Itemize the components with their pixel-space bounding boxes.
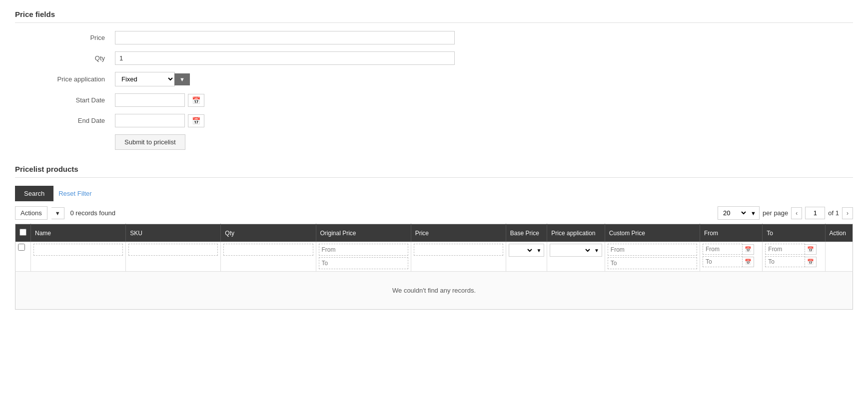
col-header-name: Name: [31, 224, 126, 242]
to-from-wrap: 📅: [765, 244, 822, 255]
pricelist-table: Name SKU Qty Original Price Price Base P…: [15, 224, 853, 310]
original-price-from-to: [319, 244, 408, 269]
filter-price-cell: [411, 242, 506, 272]
filter-qty-cell: [221, 242, 316, 272]
col-header-sku: SKU: [126, 224, 221, 242]
price-fields-title: Price fields: [15, 10, 853, 23]
per-page-select[interactable]: 20 50 100: [718, 206, 748, 220]
per-page-dropdown-btn[interactable]: ▼: [748, 206, 760, 220]
filter-custom-price-from[interactable]: [608, 244, 697, 256]
actions-dropdown-btn[interactable]: ▼: [51, 207, 64, 219]
start-date-input[interactable]: [115, 93, 185, 107]
col-header-action: Action: [825, 224, 853, 242]
toolbar-left: Actions ▼ 0 records found: [15, 206, 115, 220]
no-records-cell: We couldn't find any records.: [15, 272, 853, 310]
pricelist-products-section: Pricelist products Search Reset Filter A…: [15, 165, 853, 310]
reset-filter-link[interactable]: Reset Filter: [58, 190, 91, 197]
search-button[interactable]: Search: [15, 186, 53, 201]
filter-original-price-to[interactable]: [319, 257, 408, 269]
filter-from-cell: 📅 📅: [700, 242, 762, 272]
search-bar: Search Reset Filter: [15, 186, 853, 201]
filter-name-input[interactable]: [33, 244, 123, 256]
end-date-row: End Date 📅: [15, 114, 853, 127]
filter-sku-input[interactable]: [128, 244, 218, 256]
from-to-wrap: 📅: [703, 256, 760, 267]
col-header-custom-price: Custom Price: [605, 224, 700, 242]
filter-to-to-input[interactable]: [765, 256, 805, 267]
end-date-calendar-btn[interactable]: 📅: [188, 114, 204, 127]
actions-button[interactable]: Actions: [15, 206, 47, 220]
filter-to-from-input[interactable]: [765, 244, 805, 255]
page-input[interactable]: [805, 207, 825, 219]
filter-price-application-wrapper: ▼: [550, 244, 602, 257]
filter-original-price-cell: [316, 242, 411, 272]
col-header-price: Price: [411, 224, 506, 242]
price-application-select[interactable]: Fixed Discount Markup: [115, 72, 175, 86]
records-found-text: 0 records found: [70, 209, 115, 217]
col-header-price-application: Price application: [547, 224, 605, 242]
filter-original-price-from[interactable]: [319, 244, 408, 256]
filter-from-to-cal-btn[interactable]: 📅: [743, 257, 754, 267]
toolbar-right: 20 50 100 ▼ per page ‹ of 1 ›: [718, 206, 853, 220]
price-input[interactable]: [115, 31, 455, 44]
no-records-row: We couldn't find any records.: [15, 272, 853, 310]
start-date-wrapper: 📅: [115, 93, 204, 107]
price-application-label: Price application: [15, 75, 115, 83]
filter-to-from-cal-btn[interactable]: 📅: [805, 244, 817, 255]
page-container: Price fields Price Qty Price application…: [0, 0, 868, 320]
pricelist-products-title: Pricelist products: [15, 165, 853, 178]
filter-checkbox-cell: [15, 242, 31, 272]
select-all-header: [15, 224, 31, 242]
filter-from-from-cal-btn[interactable]: 📅: [743, 244, 754, 255]
filter-row-checkbox[interactable]: [18, 244, 25, 251]
price-application-wrapper: Fixed Discount Markup ▼: [115, 72, 190, 86]
col-header-to: To: [763, 224, 825, 242]
submit-to-pricelist-button[interactable]: Submit to pricelist: [115, 134, 185, 150]
submit-row: Submit to pricelist: [15, 134, 853, 150]
table-toolbar: Actions ▼ 0 records found 20 50 100 ▼ pe…: [15, 206, 853, 220]
price-application-dropdown-btn[interactable]: ▼: [174, 73, 190, 85]
filter-custom-price-to[interactable]: [608, 257, 697, 269]
from-from-to: 📅 📅: [703, 244, 760, 267]
custom-price-from-to: [608, 244, 697, 269]
select-all-checkbox[interactable]: [19, 229, 26, 236]
col-header-qty: Qty: [221, 224, 316, 242]
start-date-calendar-btn[interactable]: 📅: [188, 94, 204, 107]
filter-from-from-input[interactable]: [703, 244, 743, 255]
price-label: Price: [15, 34, 115, 41]
filter-to-to-cal-btn[interactable]: 📅: [805, 257, 817, 267]
to-from-to: 📅 📅: [765, 244, 822, 267]
qty-label: Qty: [15, 54, 115, 62]
filter-name-cell: [31, 242, 126, 272]
filter-base-price-wrapper: ▼: [509, 244, 544, 257]
col-header-from: From: [700, 224, 762, 242]
filter-action-cell: [825, 242, 853, 272]
filter-to-cell: 📅 📅: [763, 242, 825, 272]
filter-base-price-cell: ▼: [506, 242, 547, 272]
total-pages-text: of 1: [828, 209, 839, 217]
next-page-btn[interactable]: ›: [842, 207, 853, 219]
table-header-row: Name SKU Qty Original Price Price Base P…: [15, 224, 853, 242]
end-date-label: End Date: [15, 117, 115, 124]
col-header-original-price: Original Price: [316, 224, 411, 242]
filter-from-to-input[interactable]: [703, 256, 743, 267]
end-date-input[interactable]: [115, 114, 185, 127]
filter-price-application-dropdown[interactable]: ▼: [592, 244, 602, 257]
filter-base-price-select[interactable]: [509, 244, 534, 257]
filter-base-price-dropdown[interactable]: ▼: [534, 244, 544, 257]
filter-price-application-select[interactable]: [550, 244, 592, 257]
end-date-wrapper: 📅: [115, 114, 204, 127]
qty-input[interactable]: [115, 51, 455, 65]
col-header-base-price: Base Price: [506, 224, 547, 242]
start-date-label: Start Date: [15, 96, 115, 104]
filter-row: ▼ ▼: [15, 242, 853, 272]
qty-row: Qty: [15, 51, 853, 65]
filter-sku-cell: [126, 242, 221, 272]
per-page-label: per page: [763, 209, 788, 217]
filter-price-input[interactable]: [414, 244, 503, 256]
prev-page-btn[interactable]: ‹: [791, 207, 802, 219]
to-to-wrap: 📅: [765, 256, 822, 267]
start-date-row: Start Date 📅: [15, 93, 853, 107]
filter-qty-input[interactable]: [223, 244, 313, 256]
price-fields-section: Price fields Price Qty Price application…: [15, 10, 853, 150]
